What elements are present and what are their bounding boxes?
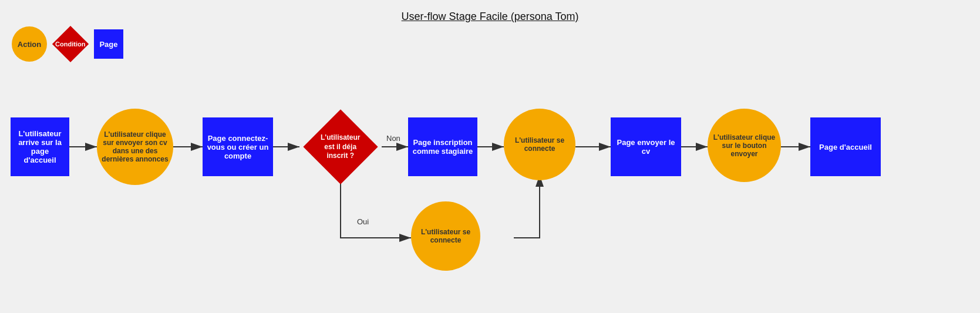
legend-page: Page	[94, 29, 123, 59]
node-diamond-inscrit: L'utilisateur est il déja inscrit ?	[299, 117, 382, 176]
legend-condition-wrap: Condition	[53, 26, 88, 62]
page-title: User-flow Stage Facile (persona Tom)	[0, 0, 980, 23]
node-connecte-bottom: L'utilisateur se connecte	[411, 201, 480, 271]
flow-diagram: L'utilisateur arrive sur la page d'accue…	[0, 88, 980, 305]
legend-action: Action	[12, 26, 47, 62]
node-page-connectez: Page connectez-vous ou créer un compte	[203, 117, 273, 176]
node-clique-bouton: L'utilisateur clique sur le bouton envoy…	[708, 109, 781, 182]
node-arrive-accueil: L'utilisateur arrive sur la page d'accue…	[11, 117, 69, 176]
node-page-envoyer-cv: Page envoyer le cv	[611, 117, 681, 176]
node-page-accueil-final: Page d'accueil	[810, 117, 881, 176]
label-oui: Oui	[357, 217, 369, 226]
legend-condition: Condition	[52, 26, 89, 62]
node-clique-envoyer: L'utilisateur clique sur envoyer son cv …	[97, 109, 173, 185]
node-connecte-top: L'utilisateur se connecte	[504, 109, 575, 180]
node-page-inscription: Page inscription comme stagiaire	[408, 117, 477, 176]
label-non: Non	[386, 134, 400, 143]
legend: Action Condition Page	[12, 26, 123, 62]
